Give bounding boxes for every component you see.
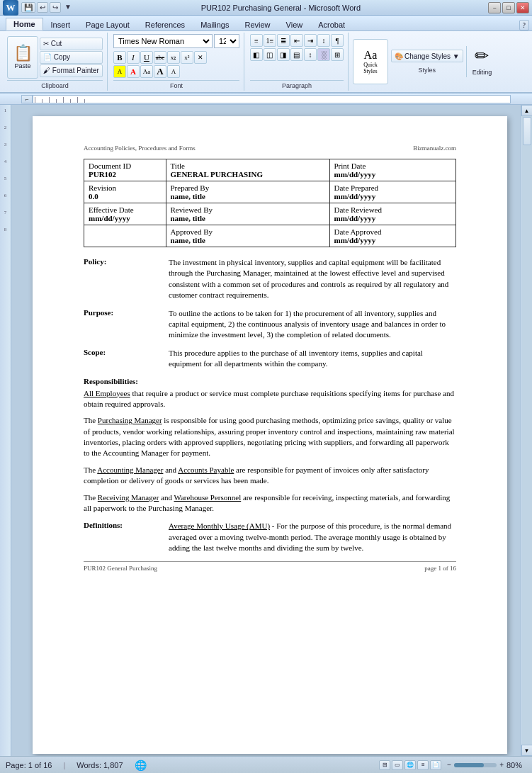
- view-buttons: ⊞ ▭ 🌐 ≡ 📄: [379, 760, 441, 770]
- align-left-button[interactable]: ◧: [250, 48, 263, 61]
- line-spacing-button[interactable]: ↕: [304, 48, 317, 61]
- scope-section: Scope: This procedure applies to the pur…: [84, 348, 456, 370]
- highlight-button[interactable]: A: [113, 65, 126, 78]
- format-painter-button[interactable]: 🖌 Format Painter: [40, 64, 103, 77]
- underline-button[interactable]: U: [140, 51, 153, 64]
- help-button[interactable]: ?: [519, 20, 529, 30]
- tab-home[interactable]: Home: [6, 18, 43, 30]
- tab-review[interactable]: Review: [237, 18, 278, 30]
- draft-button[interactable]: 📄: [430, 760, 441, 770]
- subscript-button[interactable]: x₂: [167, 51, 180, 64]
- vertical-scrollbar[interactable]: ▲ ▼: [521, 105, 532, 756]
- table-cell: Date Prepared mm/dd/yyyy: [329, 181, 456, 203]
- numbering-button[interactable]: 1≡: [264, 34, 276, 47]
- change-styles-icon: 🎨: [395, 52, 403, 60]
- scroll-up-button[interactable]: ▲: [521, 105, 533, 116]
- document-footer: PUR102 General Purchasing page 1 of 16: [84, 561, 456, 572]
- table-cell: Effective Date mm/dd/yyyy: [84, 203, 166, 225]
- copy-button[interactable]: 📄 Copy: [40, 51, 103, 64]
- paste-button[interactable]: 📋 Paste: [7, 36, 38, 79]
- zoom-control[interactable]: − + 80%: [447, 761, 526, 769]
- clear-format-button[interactable]: ✕: [194, 51, 207, 64]
- quick-styles-button[interactable]: Aa QuickStyles: [353, 39, 388, 84]
- office-button[interactable]: W: [3, 0, 18, 16]
- decrease-indent-button[interactable]: ⇤: [290, 34, 303, 47]
- purchasing-manager-underline: Purchasing Manager: [98, 416, 162, 424]
- status-right: ⊞ ▭ 🌐 ≡ 📄 − + 80%: [379, 760, 526, 770]
- document-page[interactable]: Accounting Policies, Procedures and Form…: [33, 116, 507, 754]
- para-row2: ◧ ◫ ◨ ▤ ↕ ░ ⊞: [250, 48, 344, 61]
- eff-date-label: Effective Date: [89, 205, 162, 214]
- outline-button[interactable]: ≡: [417, 760, 429, 770]
- paragraph-label: Paragraph: [250, 80, 344, 89]
- scroll-down-button[interactable]: ▼: [521, 745, 533, 756]
- paragraph-group: ≡ 1≡ ≣ ⇤ ⇥ ↕ ¶ ◧ ◫ ◨ ▤ ↕ ░ ⊞ Paragraph: [246, 33, 349, 91]
- para-row1: ≡ 1≡ ≣ ⇤ ⇥ ↕ ¶: [250, 34, 344, 47]
- policy-label: Policy:: [84, 257, 169, 301]
- policy-text: The investment in physical inventory, su…: [169, 257, 456, 301]
- responsibilities-label: Responsibilities:: [84, 377, 456, 385]
- table-cell: Approved By name, title: [166, 225, 329, 247]
- approved-by-value: name, title: [171, 236, 325, 244]
- maximize-button[interactable]: □: [502, 2, 515, 13]
- grow-font-button[interactable]: A: [154, 65, 166, 78]
- save-btn[interactable]: 💾: [21, 2, 35, 13]
- close-button[interactable]: ✕: [516, 2, 529, 13]
- ruler-num-2: 2: [4, 125, 7, 130]
- multilevel-button[interactable]: ≣: [277, 34, 290, 47]
- italic-button[interactable]: I: [127, 51, 140, 64]
- zoom-in-button[interactable]: +: [499, 761, 504, 769]
- shading-button[interactable]: ░: [317, 48, 330, 61]
- sort-button[interactable]: ↕: [317, 34, 330, 47]
- ruler: ⌐: [0, 94, 532, 105]
- tab-page-layout[interactable]: Page Layout: [78, 18, 137, 30]
- shrink-font-button[interactable]: A: [167, 65, 180, 78]
- ruler-num-5: 5: [4, 176, 7, 181]
- tab-insert[interactable]: Insert: [43, 18, 79, 30]
- align-center-button[interactable]: ◫: [264, 48, 276, 61]
- table-cell: Prepared By name, title: [166, 181, 329, 203]
- web-layout-button[interactable]: 🌐: [404, 760, 416, 770]
- definitions-text: Average Monthly Usage (AMU) - For the pu…: [169, 521, 456, 553]
- tab-acrobat[interactable]: Acrobat: [310, 18, 353, 30]
- ruler-mark: [49, 97, 50, 103]
- increase-indent-button[interactable]: ⇥: [304, 34, 317, 47]
- undo-btn[interactable]: ↩: [37, 2, 48, 13]
- scroll-track[interactable]: [522, 116, 532, 745]
- reviewed-by-label: Reviewed By: [171, 205, 325, 214]
- tab-view[interactable]: View: [278, 18, 311, 30]
- superscript-button[interactable]: x²: [181, 51, 193, 64]
- strikethrough-button[interactable]: abc: [154, 51, 166, 64]
- redo-btn[interactable]: ↪: [50, 2, 61, 13]
- tab-references[interactable]: References: [137, 18, 193, 30]
- ruler-corner[interactable]: ⌐: [21, 95, 33, 103]
- show-marks-button[interactable]: ¶: [331, 34, 344, 47]
- font-size-select[interactable]: 12: [214, 34, 239, 48]
- policy-section: Policy: The investment in physical inven…: [84, 257, 456, 301]
- customize-btn[interactable]: ▼: [62, 2, 74, 13]
- accounts-payable-underline: Accounts Payable: [178, 466, 234, 474]
- change-case-button[interactable]: Aa: [140, 65, 153, 78]
- font-family-select[interactable]: Times New Roman: [113, 34, 213, 48]
- zoom-track[interactable]: [454, 763, 497, 767]
- bold-button[interactable]: B: [113, 51, 126, 64]
- minimize-button[interactable]: −: [488, 2, 501, 13]
- print-layout-button[interactable]: ⊞: [379, 760, 390, 770]
- tab-mailings[interactable]: Mailings: [193, 18, 237, 30]
- justify-button[interactable]: ▤: [290, 48, 303, 61]
- cut-button[interactable]: ✂ Cut: [40, 38, 103, 50]
- scroll-thumb[interactable]: [523, 117, 531, 145]
- amu-underline: Average Monthly Usage (AMU): [169, 521, 270, 530]
- change-styles-button[interactable]: 🎨 Change Styles ▼: [391, 50, 463, 62]
- clipboard-items: 📋 Paste ✂ Cut 📄 Copy 🖌 Format Painter: [7, 34, 103, 80]
- align-right-button[interactable]: ◨: [277, 48, 290, 61]
- ribbon-tabs: Home Insert Page Layout References Maili…: [0, 16, 532, 31]
- bullets-button[interactable]: ≡: [250, 34, 263, 47]
- font-color-button[interactable]: A: [127, 65, 140, 78]
- borders-button[interactable]: ⊞: [331, 48, 344, 61]
- styles-col: 🎨 Change Styles ▼ Styles: [391, 50, 463, 74]
- document-area[interactable]: Accounting Policies, Procedures and Form…: [11, 105, 521, 756]
- zoom-out-button[interactable]: −: [447, 761, 451, 769]
- full-screen-button[interactable]: ▭: [392, 760, 403, 770]
- table-cell: Print Date mm/dd/yyyy: [329, 159, 456, 181]
